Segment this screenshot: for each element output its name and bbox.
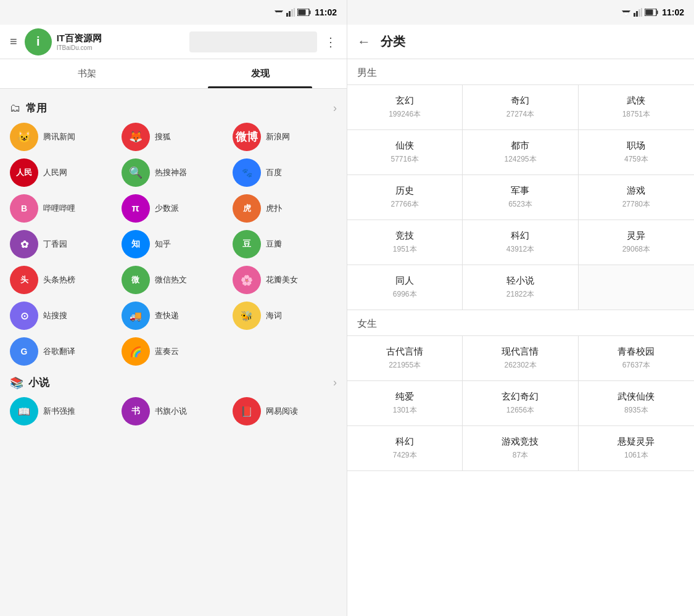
app-icon-shaoshu: π — [122, 194, 150, 223]
category-name: 奇幻 — [511, 95, 529, 107]
right-header: ← 分类 — [347, 25, 694, 59]
common-section-arrow[interactable]: › — [333, 102, 337, 115]
category-cell-dushi[interactable]: 都市 124295本 — [463, 130, 578, 175]
category-name: 竞技 — [395, 230, 414, 242]
wifi-icon — [274, 8, 284, 17]
category-name: 武侠仙侠 — [618, 391, 655, 403]
signal-icon — [286, 8, 295, 17]
category-count: 29068本 — [622, 244, 650, 255]
category-cell-lishi[interactable]: 历史 27766本 — [347, 175, 463, 220]
category-cell-youxijingji[interactable]: 游戏竞技 87本 — [463, 426, 578, 471]
male-section-label: 男生 — [347, 59, 694, 84]
category-cell-xuanhuan[interactable]: 玄幻 199246本 — [347, 85, 463, 130]
section-header-common: 🗂 常用 › — [10, 101, 337, 115]
novels-section-title: 小说 — [28, 376, 49, 390]
category-cell-qingxiaoshuo[interactable]: 轻小说 21822本 — [463, 265, 578, 310]
category-cell-xuanyilingyi[interactable]: 悬疑灵异 1061本 — [579, 426, 694, 471]
category-cell-xiandai[interactable]: 现代言情 262302本 — [463, 336, 578, 381]
category-count: 124295本 — [504, 154, 536, 165]
category-cell-kehuan[interactable]: 科幻 43912本 — [463, 220, 578, 265]
list-item[interactable]: 🐝 海词 — [233, 302, 337, 330]
category-cell-junshi[interactable]: 军事 6523本 — [463, 175, 578, 220]
menu-icon[interactable]: ≡ — [7, 32, 20, 51]
list-item[interactable]: 😺 腾讯新闻 — [10, 123, 114, 151]
list-item[interactable]: 知 知乎 — [122, 230, 226, 258]
svg-rect-8 — [310, 10, 311, 14]
category-count: 57716本 — [390, 154, 418, 165]
category-name: 灵异 — [627, 230, 645, 242]
category-cell-wuxiaxianxia[interactable]: 武侠仙侠 8935本 — [579, 381, 694, 426]
list-item[interactable]: ⊙ 站搜搜 — [10, 302, 114, 330]
right-status-icons — [621, 8, 658, 17]
list-item[interactable]: 人民 人民网 — [10, 158, 114, 187]
category-name: 玄幻奇幻 — [502, 391, 539, 403]
search-bar[interactable] — [189, 31, 317, 52]
category-cell-qingchun[interactable]: 青春校园 67637本 — [579, 336, 694, 381]
list-item[interactable]: 🐾 百度 — [233, 158, 337, 187]
list-item[interactable]: 📕 网易阅读 — [233, 397, 337, 425]
category-cell-jingji[interactable]: 竞技 1951本 — [347, 220, 463, 265]
category-cell-xianxia[interactable]: 仙侠 57716本 — [347, 130, 463, 175]
list-item[interactable]: 虎 虎扑 — [233, 194, 337, 223]
category-cell-gudai[interactable]: 古代言情 221955本 — [347, 336, 463, 381]
app-name: 虎扑 — [266, 203, 282, 214]
app-icon-google: G — [10, 337, 38, 366]
right-time: 11:02 — [662, 7, 684, 17]
left-status-icons — [274, 8, 311, 17]
list-item[interactable]: 🔍 热搜神器 — [122, 158, 226, 187]
app-icon-bilibili: B — [10, 194, 38, 223]
category-cell-tongren[interactable]: 同人 6996本 — [347, 265, 463, 310]
left-time: 11:02 — [315, 7, 337, 17]
list-item[interactable]: 头 头条热榜 — [10, 266, 114, 294]
svg-marker-12 — [624, 14, 628, 16]
app-name: 少数派 — [155, 203, 179, 214]
category-cell-lingyi[interactable]: 灵异 29068本 — [579, 220, 694, 265]
list-item[interactable]: π 少数派 — [122, 194, 226, 223]
app-name: 微信热文 — [155, 274, 187, 285]
logo-title: IT百资源网 — [57, 33, 184, 44]
left-scroll-content: 🗂 常用 › 😺 腾讯新闻 🦊 搜狐 微博 新浪网 人民 人民网 — [0, 89, 347, 616]
novels-section-arrow[interactable]: › — [333, 376, 337, 389]
category-cell-chunai[interactable]: 纯爱 1301本 — [347, 381, 463, 426]
app-name: 海词 — [266, 310, 282, 321]
category-cell-empty — [579, 265, 694, 310]
app-name: 搜狐 — [155, 131, 171, 142]
list-item[interactable]: B 哔哩哔哩 — [10, 194, 114, 223]
app-icon-shuqi: 书 — [122, 397, 150, 425]
female-section-label: 女生 — [347, 310, 694, 335]
app-name: 书旗小说 — [155, 406, 187, 417]
category-cell-qihuan[interactable]: 奇幻 27274本 — [463, 85, 578, 130]
category-cell-wuxia[interactable]: 武侠 18751本 — [579, 85, 694, 130]
category-name: 科幻 — [511, 230, 529, 242]
list-item[interactable]: 书 书旗小说 — [122, 397, 226, 425]
category-count: 7429本 — [393, 450, 417, 461]
list-item[interactable]: 🚚 查快递 — [122, 302, 226, 330]
tab-shelf[interactable]: 书架 — [0, 59, 173, 88]
category-count: 1061本 — [624, 450, 648, 461]
list-item[interactable]: G 谷歌翻译 — [10, 337, 114, 366]
back-button[interactable]: ← — [357, 34, 371, 50]
category-cell-kehuan-f[interactable]: 科幻 7429本 — [347, 426, 463, 471]
tab-discover[interactable]: 发现 — [173, 59, 347, 88]
more-icon[interactable]: ⋮ — [322, 32, 339, 52]
list-item[interactable]: 🦊 搜狐 — [122, 123, 226, 151]
list-item[interactable]: 🌸 花瓣美女 — [233, 266, 337, 294]
list-item[interactable]: 豆 豆瓣 — [233, 230, 337, 258]
svg-rect-19 — [646, 10, 653, 15]
category-cell-youxi[interactable]: 游戏 27780本 — [579, 175, 694, 220]
category-cell-xuanhuanqihuan[interactable]: 玄幻奇幻 12656本 — [463, 381, 578, 426]
list-item[interactable]: 微 微信热文 — [122, 266, 226, 294]
section-header-novels: 📚 小说 › — [10, 376, 337, 390]
category-count: 1301本 — [393, 405, 417, 416]
list-item[interactable]: 📖 新书强推 — [10, 397, 114, 425]
category-name: 玄幻 — [395, 95, 414, 107]
category-name: 科幻 — [395, 436, 414, 448]
list-item[interactable]: ✿ 丁香园 — [10, 230, 114, 258]
app-icon-douban: 豆 — [233, 230, 261, 258]
list-item[interactable]: 🌈 蓝奏云 — [122, 337, 226, 366]
common-section-icon: 🗂 — [10, 102, 21, 115]
category-name: 武侠 — [627, 95, 645, 107]
list-item[interactable]: 微博 新浪网 — [233, 123, 337, 151]
battery-icon-right — [645, 9, 658, 16]
category-cell-zhichang[interactable]: 职场 4759本 — [579, 130, 694, 175]
